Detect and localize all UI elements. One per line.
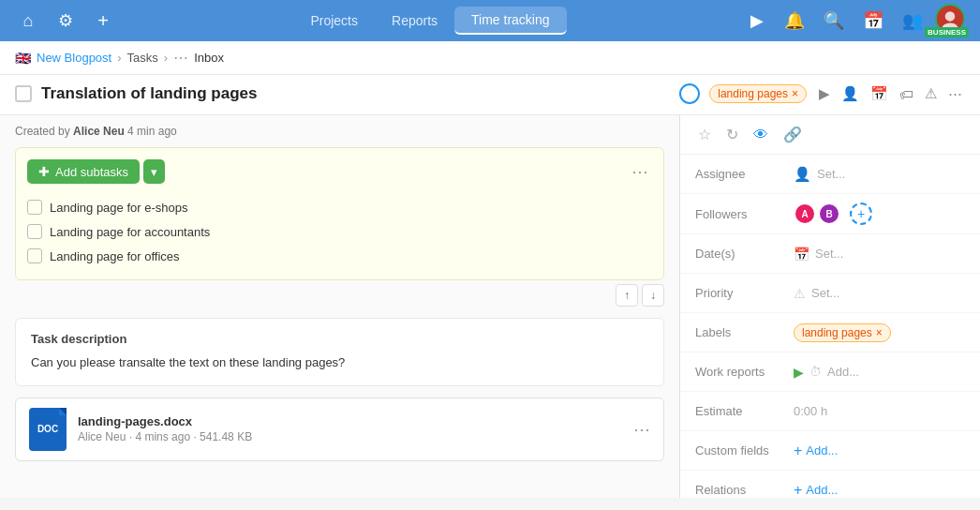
priority-set: Set... [811,286,839,300]
nav-reports[interactable]: Reports [375,8,454,34]
bell-icon: 🔔 [784,10,805,31]
dates-set: Set... [815,247,843,261]
svg-point-1 [945,11,956,22]
estimate-label: Estimate [695,404,794,418]
search-button[interactable]: 🔍 [817,4,851,38]
subtask-item-1: Landing page for e-shops [27,195,652,219]
breadcrumb-inbox: Inbox [194,51,224,65]
eye-icon[interactable]: 👁 [750,124,771,146]
followers-row: Followers A B + [680,194,980,234]
date-icon[interactable]: 📅 [868,82,891,105]
add-button[interactable]: + [86,4,120,38]
tag-close-icon[interactable]: × [792,87,798,100]
scroll-down-button[interactable]: ↓ [642,284,664,307]
assignee-value[interactable]: 👤 Set... [794,166,845,183]
relations-add[interactable]: + Add... [794,482,838,499]
subtask-checkbox-3[interactable] [27,248,42,263]
attachment-name[interactable]: landing-pages.docx [78,414,622,428]
labels-label: Labels [695,325,794,339]
warning-icon[interactable]: ⚠ [922,82,940,105]
add-follower-button[interactable]: + [850,202,872,225]
breadcrumb: 🇬🇧 New Blogpost › Tasks › ⋯ Inbox [0,41,980,75]
breadcrumb-project[interactable]: New Blogpost [37,51,111,65]
link-icon[interactable]: 🔗 [780,123,805,146]
attachment-menu-button[interactable]: ⋯ [633,419,650,440]
add-subtasks-plus: ✚ [38,164,50,179]
notifications-button[interactable]: 🔔 [778,4,811,38]
doc-icon: DOC [29,408,67,451]
custom-fields-add-label: Add... [806,443,838,458]
priority-value[interactable]: ⚠ Set... [794,286,839,301]
main-content: Created by Alice Neu 4 min ago ✚ Add sub… [0,115,980,498]
top-nav: ⌂ ⚙ + Projects Reports Time tracking ▶ 🔔… [0,0,980,41]
refresh-icon[interactable]: ↻ [723,123,741,146]
nav-time-tracking[interactable]: Time tracking [454,7,567,35]
attachment-size: 541.48 KB [200,430,252,443]
labels-value: landing pages × [794,323,891,342]
label-tag[interactable]: landing pages × [794,323,891,342]
play-button[interactable]: ▶ [740,4,774,38]
work-report-play-icon[interactable]: ▶ [794,365,804,380]
breadcrumb-tasks[interactable]: Tasks [127,51,158,65]
tag-icon[interactable]: 🏷 [897,83,916,105]
label-tag-text: landing pages [802,326,872,339]
task-status-icon[interactable] [679,83,700,104]
calendar-button[interactable]: 📅 [856,4,890,38]
dates-value[interactable]: 📅 Set... [794,247,843,262]
subtask-label-2: Landing page for accountants [50,225,210,239]
user-avatar-wrap[interactable]: BUSINESS [935,4,969,38]
priority-row: Priority ⚠ Set... [680,274,980,313]
created-by: Created by Alice Neu 4 min ago [0,115,679,147]
attachment-card: DOC landing-pages.docx Alice Neu · 4 min… [15,398,664,461]
follower-avatar-2[interactable]: B [818,202,840,225]
home-button[interactable]: ⌂ [11,4,45,38]
breadcrumb-more[interactable]: ⋯ [173,49,188,67]
assignee-icon: 👤 [794,166,811,183]
task-checkbox[interactable] [15,85,32,102]
business-badge: BUSINESS [925,27,969,38]
nav-right: 🔔 🔍 📅 👥 BUSINESS [778,4,969,38]
settings-button[interactable]: ⚙ [49,4,82,38]
star-icon[interactable]: ☆ [695,123,714,146]
estimate-value[interactable]: 0:00 h [794,404,827,418]
custom-fields-add[interactable]: + Add... [794,442,838,459]
doc-icon-corner [59,408,67,415]
subtasks-more-button[interactable]: ⋯ [628,161,652,182]
estimate-val: 0:00 h [794,404,827,418]
attachment-author: Alice Neu [78,430,126,443]
work-reports-row: Work reports ▶ ⏱ Add... [680,352,980,392]
subtask-checkbox-2[interactable] [27,224,42,239]
attachment-info: landing-pages.docx Alice Neu · 4 mins ag… [78,414,622,443]
breadcrumb-sep-2: › [164,51,168,65]
add-subtasks-button[interactable]: ✚ Add subtasks [27,159,140,184]
created-time: 4 min ago [127,125,177,138]
attachment-meta: Alice Neu · 4 mins ago · 541.48 KB [78,430,622,443]
relations-row: Relations + Add... [680,471,980,498]
task-tag[interactable]: landing pages × [709,84,807,103]
doc-label: DOC [37,424,58,434]
scroll-up-button[interactable]: ↑ [616,284,638,307]
add-subtasks-dropdown[interactable]: ▾ [143,159,165,184]
work-reports-add[interactable]: Add... [827,365,859,379]
relations-add-label: Add... [806,483,838,497]
more-icon[interactable]: ⋯ [945,82,965,105]
nav-links: Projects Reports Time tracking [293,7,566,35]
gear-icon: ⚙ [58,10,73,31]
subtask-item-3: Landing page for offices [27,244,652,268]
custom-fields-label: Custom fields [695,443,794,458]
work-reports-value: ▶ ⏱ Add... [794,365,859,380]
task-action-icons: ▶ 👤 📅 🏷 ⚠ ⋯ [816,82,965,105]
person-icon[interactable]: 👤 [839,82,862,105]
run-icon[interactable]: ▶ [816,82,833,105]
label-tag-close[interactable]: × [876,326,883,339]
follower-avatar-1[interactable]: A [794,202,816,225]
calendar-field-icon: 📅 [794,247,809,262]
nav-projects[interactable]: Projects [293,8,375,34]
work-reports-clock: ⏱ [809,365,822,379]
estimate-row: Estimate 0:00 h [680,392,980,431]
subtask-checkbox-1[interactable] [27,200,42,215]
subtask-label-1: Landing page for e-shops [50,201,187,215]
dates-label: Date(s) [695,247,794,261]
add-subtasks-label: Add subtasks [55,165,128,179]
task-title: Translation of landing pages [41,84,670,103]
